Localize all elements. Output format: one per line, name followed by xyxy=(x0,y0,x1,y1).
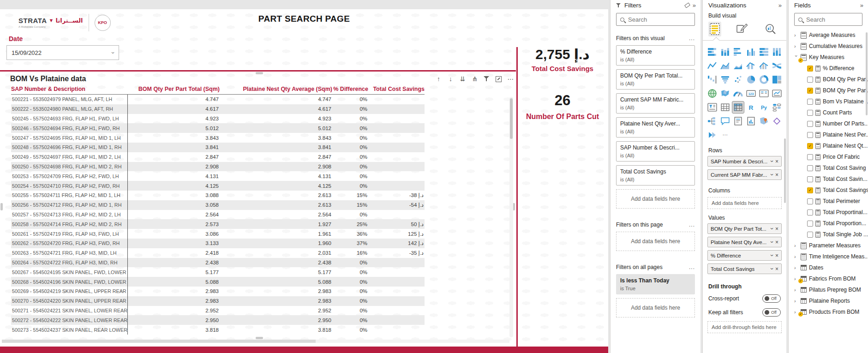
table-row[interactable]: 500248 - 5575024696 FRG, FLAP H1, MID 1,… xyxy=(11,143,425,152)
remove-field-icon[interactable]: × xyxy=(775,172,778,178)
field-item[interactable]: Total Proportinal... xyxy=(789,207,868,218)
kpi-icon[interactable] xyxy=(771,88,783,99)
table-row[interactable]: 500250 - 5575024698 FRG, FLAP H1, MID 2,… xyxy=(11,162,425,172)
slicer-icon[interactable] xyxy=(706,102,718,113)
field-well-chip[interactable]: BOM Qty Per Part Tot...›× xyxy=(707,223,782,234)
field-item[interactable]: Total Cost Saving xyxy=(789,162,868,174)
field-item[interactable]: ›Dates xyxy=(789,262,868,273)
table-row[interactable]: 500267 - 5545024195 SKIN PANEL, FWD, LOW… xyxy=(11,267,425,277)
treemap-icon[interactable] xyxy=(771,74,783,85)
toggle-keep-all-filters[interactable]: Off xyxy=(762,308,781,317)
field-checkbox[interactable]: ✓ xyxy=(807,143,813,149)
multi-row-card-icon[interactable] xyxy=(758,88,770,99)
stacked-area-chart-icon[interactable] xyxy=(732,60,744,72)
eraser-icon[interactable] xyxy=(684,2,690,8)
clustered-bar-chart-icon[interactable] xyxy=(732,46,744,58)
field-checkbox[interactable]: ✓ xyxy=(807,88,813,94)
toggle-cross-report[interactable]: Off xyxy=(762,294,781,303)
focus-mode-icon[interactable] xyxy=(495,75,503,83)
field-checkbox[interactable]: ✓ xyxy=(807,187,813,193)
more-options-icon[interactable]: ... xyxy=(689,221,695,228)
column-header[interactable]: % Difference xyxy=(332,86,368,92)
chevron-down-icon[interactable]: › xyxy=(109,52,116,54)
line-and-clustered-column-chart-icon[interactable] xyxy=(758,60,770,72)
visual-resize-handle-left[interactable] xyxy=(0,203,3,210)
table-row[interactable]: 500264 - 5575024722 FRG, FLAP H3, MID, R… xyxy=(11,258,425,268)
line-chart-icon[interactable] xyxy=(706,60,718,72)
power-automate-icon[interactable] xyxy=(771,115,783,127)
python-script-icon[interactable]: Py xyxy=(758,102,770,113)
scatter-chart-icon[interactable] xyxy=(732,74,744,85)
field-well-chip[interactable]: % Difference›× xyxy=(707,250,782,261)
qa-icon[interactable] xyxy=(719,115,731,127)
table-row[interactable]: 500258 - 5575024714 FRG, FLAP H2, MID 2,… xyxy=(11,219,425,229)
100-stacked-bar-chart-icon[interactable] xyxy=(758,46,770,58)
table-row[interactable]: 500221 - 5535024979 PANEL, MLG, AFT, LH4… xyxy=(11,95,425,104)
field-well-chip[interactable]: Plataine Nest Qty Ave...›× xyxy=(707,237,782,247)
field-item[interactable]: Plataine Nest Per... xyxy=(789,129,868,140)
visual-resize-handle-top[interactable] xyxy=(256,72,263,74)
table-icon[interactable] xyxy=(719,102,731,113)
expander-icon[interactable]: › xyxy=(794,43,798,49)
field-item[interactable]: BOM Qty Per Par... xyxy=(789,74,868,85)
field-item[interactable]: Price Of Fabric xyxy=(789,151,868,162)
column-header[interactable]: BOM Qty Per Part Total (Sqm) xyxy=(127,86,220,92)
table-vertical-scrollbar[interactable] xyxy=(509,97,513,337)
table-row[interactable]: 500247 - 5575024695 FRG, FLAP H1, MID 1,… xyxy=(11,133,425,143)
filter-card[interactable]: Plataine Nest Qty Aver...is (All) xyxy=(616,117,695,138)
table-row[interactable]: 500257 - 5575024713 FRG, FLAP H2, MID 2,… xyxy=(11,210,425,220)
expander-icon[interactable]: › xyxy=(794,265,798,270)
field-checkbox[interactable] xyxy=(807,121,813,127)
table-row[interactable]: 500255 - 5575024711 FRG, FLAP H2, MID 1,… xyxy=(11,191,425,200)
field-well-chip[interactable]: SAP Number & Descri...›× xyxy=(707,156,782,167)
field-item[interactable]: ›Cumulative Measures xyxy=(789,41,868,52)
clustered-column-chart-icon[interactable] xyxy=(745,46,757,58)
table-row[interactable]: 500249 - 5575024697 FRG, FLAP H1, MID 2,… xyxy=(11,152,425,162)
tab-format-visual[interactable] xyxy=(735,22,749,36)
table-row[interactable]: 500253 - 5575024709 FRG, FLAP H2, FWD, L… xyxy=(11,171,425,181)
field-well-chip[interactable]: Total Cost Savings›× xyxy=(707,263,782,274)
expand-next-level-icon[interactable]: ⇊ xyxy=(459,75,467,83)
add-data-fields-drop-area[interactable]: Add data fields here xyxy=(707,197,782,209)
arcgis-map-icon[interactable] xyxy=(758,115,770,127)
table-row[interactable]: 500272 - 5545024222 SKIN PANEL, LOWER RE… xyxy=(11,315,425,325)
field-checkbox[interactable] xyxy=(807,198,813,204)
field-item[interactable]: ✓Plataine Nest Qt... xyxy=(789,140,868,151)
field-checkbox[interactable] xyxy=(807,209,813,215)
filter-card[interactable]: BOM Qty Per Part Total...is (All) xyxy=(616,69,695,90)
field-well-chip[interactable]: Current SAP MM Fabr...›× xyxy=(707,169,782,180)
expander-icon[interactable]: › xyxy=(794,254,798,259)
field-item[interactable]: Total Single Job ... xyxy=(789,229,868,240)
collapse-pane-icon[interactable]: » xyxy=(693,2,696,9)
table-row[interactable]: 500256 - 5575024712 FRG, FLAP H2, MID 1,… xyxy=(11,200,425,210)
field-checkbox[interactable] xyxy=(807,132,813,138)
table-row[interactable]: 500222 - 5535024980 PANEL, MLG, AFT, RH4… xyxy=(11,104,425,114)
field-checkbox[interactable] xyxy=(807,110,813,116)
collapse-pane-icon[interactable]: » xyxy=(778,2,782,9)
remove-field-icon[interactable]: × xyxy=(775,239,778,245)
r-script-icon[interactable]: R xyxy=(745,102,757,113)
table-row[interactable]: 500268 - 5545024196 SKIN PANEL, FWD, LOW… xyxy=(11,277,425,287)
table-row[interactable]: 500271 - 5545024221 SKIN PANEL, LOWER RE… xyxy=(11,306,425,316)
column-header[interactable]: SAP Number & Description xyxy=(11,86,127,92)
card-icon[interactable]: 123 xyxy=(745,88,757,99)
chevron-down-icon[interactable]: › xyxy=(768,268,775,269)
ribbon-chart-icon[interactable] xyxy=(771,60,783,72)
filter-card[interactable]: Current SAP MM Fabric...is (All) xyxy=(616,93,695,114)
add-data-fields-drop-area[interactable]: Add data fields here xyxy=(616,189,695,209)
expander-icon[interactable]: › xyxy=(794,276,798,281)
pie-chart-icon[interactable] xyxy=(745,74,757,85)
collapse-pane-icon[interactable]: » xyxy=(860,2,863,9)
more-options-icon[interactable]: ... xyxy=(689,264,695,270)
filter-card[interactable]: SAP Number & Descri...is (All) xyxy=(616,141,695,162)
funnel-chart-icon[interactable] xyxy=(719,74,731,85)
button-slicer-icon[interactable] xyxy=(771,102,783,113)
remove-field-icon[interactable]: × xyxy=(775,266,778,272)
chevron-down-icon[interactable]: › xyxy=(768,174,775,175)
waterfall-chart-icon[interactable] xyxy=(706,74,718,85)
field-item[interactable]: ›Plataine Reports xyxy=(789,295,868,306)
column-header[interactable]: Plataine Nest Qty Average (Sqm) xyxy=(220,86,332,92)
filter-card[interactable]: Total Cost Savingsis (All) xyxy=(616,165,695,185)
field-item[interactable]: ›Parameter Measures xyxy=(789,240,868,251)
expander-icon[interactable]: › xyxy=(794,287,798,293)
